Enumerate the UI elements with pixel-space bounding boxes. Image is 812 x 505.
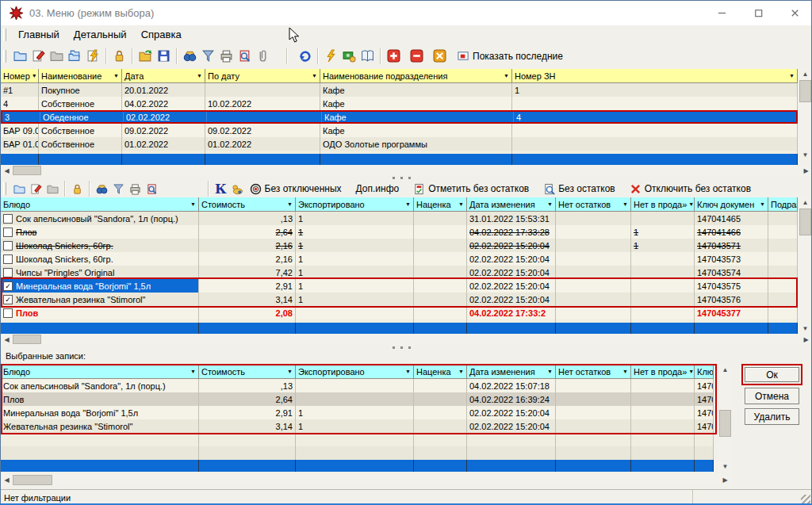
preview-button[interactable] bbox=[144, 182, 160, 197]
lock-button[interactable] bbox=[110, 48, 128, 64]
sort-filter-icon[interactable]: ▼ bbox=[195, 73, 202, 78]
column-header[interactable]: Подразд bbox=[768, 197, 798, 212]
search-button[interactable] bbox=[181, 48, 199, 64]
show-last-button[interactable]: Показать последние bbox=[454, 48, 567, 63]
sort-filter-icon[interactable]: ▼ bbox=[285, 201, 293, 207]
lightning-button[interactable] bbox=[322, 48, 340, 64]
edit-button[interactable] bbox=[29, 48, 48, 64]
column-header[interactable]: Экспортировано▼ bbox=[296, 197, 414, 212]
scroll-thumb[interactable] bbox=[799, 209, 811, 235]
sort-filter-icon[interactable]: ▼ bbox=[189, 369, 196, 374]
column-header[interactable]: Стоимость▼ bbox=[199, 197, 296, 212]
row-checkbox[interactable] bbox=[3, 268, 13, 277]
column-header[interactable]: Наименование подразделения▼ bbox=[320, 69, 512, 83]
scroll-up-arrow[interactable]: ▲ bbox=[718, 365, 732, 375]
book-button[interactable] bbox=[358, 48, 377, 64]
sort-filter-icon[interactable]: ▼ bbox=[758, 201, 765, 207]
table-row[interactable]: ✓Минеральная вода "Borjomi" 1,5л2,91102.… bbox=[1, 279, 798, 293]
lock-button[interactable] bbox=[69, 182, 86, 197]
mark-no-stock-button[interactable]: Отметить без остатков bbox=[409, 182, 533, 197]
scroll-left-arrow[interactable]: ◀ bbox=[2, 165, 12, 176]
sort-filter-icon[interactable]: ▼ bbox=[457, 369, 464, 374]
column-header[interactable]: Нет в прода»▼ bbox=[631, 365, 695, 379]
column-header[interactable]: Наценка▼ bbox=[414, 197, 467, 212]
edit-button[interactable] bbox=[28, 182, 44, 197]
import-button[interactable] bbox=[136, 48, 155, 64]
table-row[interactable]: Плов2,0804.02.2022 17:33:2147045377 bbox=[1, 306, 798, 319]
top-horizontal-scrollbar[interactable] bbox=[1, 165, 812, 176]
column-header[interactable]: Дата изменения▼ bbox=[467, 365, 556, 379]
close-button[interactable] bbox=[781, 1, 808, 25]
column-header[interactable]: Блюдо▼ bbox=[1, 365, 199, 379]
sort-filter-icon[interactable]: ▼ bbox=[189, 201, 196, 207]
scroll-right-arrow[interactable]: ▶ bbox=[801, 334, 811, 345]
column-header[interactable]: Наименование▼ bbox=[39, 69, 122, 83]
scroll-thumb[interactable] bbox=[13, 335, 41, 344]
splitter-handle[interactable] bbox=[393, 177, 411, 179]
column-header[interactable]: Ключ bbox=[695, 365, 714, 379]
menu-help[interactable]: Справка bbox=[134, 26, 189, 43]
table-row[interactable]: Шоколад Snickers, 60гр.2,16102.02.2022 1… bbox=[1, 252, 798, 266]
column-header[interactable]: Наценка▼ bbox=[414, 365, 467, 379]
sort-filter-icon[interactable]: ▼ bbox=[404, 369, 411, 374]
row-checkbox[interactable] bbox=[3, 241, 13, 251]
sort-filter-icon[interactable]: ▼ bbox=[621, 369, 628, 374]
print-button[interactable] bbox=[127, 182, 144, 197]
row-checkbox[interactable] bbox=[3, 228, 13, 237]
without-disabled-button[interactable]: Без отключенных bbox=[246, 182, 346, 197]
sort-filter-icon[interactable]: ▼ bbox=[502, 73, 509, 78]
column-header[interactable]: Нет остатков▼ bbox=[556, 197, 631, 212]
column-header[interactable]: Экспортировано▼ bbox=[296, 365, 414, 379]
copy-button[interactable] bbox=[66, 48, 84, 64]
save-button[interactable] bbox=[155, 48, 173, 64]
table-row[interactable]: ✓Жевательная резинка "Stimorol"3,14102.0… bbox=[1, 293, 798, 306]
scroll-thumb[interactable] bbox=[799, 80, 811, 102]
column-header[interactable]: Нет в прода»▼ bbox=[631, 197, 695, 212]
column-header[interactable]: Ключ докумен▼ bbox=[695, 197, 768, 212]
delete-button[interactable]: Удалить bbox=[745, 408, 799, 425]
scroll-thumb[interactable] bbox=[13, 166, 41, 175]
table-row[interactable]: Жевательная резинка "Stimorol"3,14102.02… bbox=[1, 419, 714, 433]
quick-edit-button[interactable] bbox=[84, 48, 102, 64]
preview-button[interactable] bbox=[236, 48, 254, 64]
minimize-button[interactable] bbox=[708, 1, 735, 25]
column-header[interactable]: Номер▼ bbox=[1, 69, 39, 83]
table-row[interactable]: БАР 01.0Собственное01.02.202201.02.2022О… bbox=[1, 137, 798, 151]
sort-filter-icon[interactable]: ▼ bbox=[310, 73, 317, 78]
column-header[interactable]: Стоимость▼ bbox=[199, 365, 296, 379]
column-header[interactable]: Дата▼ bbox=[122, 69, 205, 83]
scroll-down-arrow[interactable]: ▼ bbox=[718, 461, 732, 472]
sort-filter-icon[interactable]: ▼ bbox=[30, 73, 37, 78]
filter-button[interactable] bbox=[199, 48, 217, 64]
table-row[interactable]: БАР 09.0Собственное09.02.202209.02.2022К… bbox=[1, 124, 798, 137]
ok-button[interactable]: Ок bbox=[745, 367, 799, 382]
print-button[interactable] bbox=[217, 48, 236, 64]
table-row[interactable]: Плов2,6404.02.2022 16:39:2414704 bbox=[1, 392, 714, 406]
scroll-left-arrow[interactable]: ◀ bbox=[2, 334, 12, 345]
row-checkbox[interactable]: ✓ bbox=[3, 295, 13, 304]
sort-filter-icon[interactable]: ▼ bbox=[457, 201, 464, 207]
no-stock-button[interactable]: Без остатков bbox=[539, 182, 619, 197]
table-row[interactable]: 3Обеденное02.02.2022Кафе4 bbox=[1, 110, 798, 124]
table-row[interactable]: 4Собственное04.02.202210.02.2022Кафе bbox=[1, 97, 798, 110]
scroll-thumb[interactable] bbox=[13, 475, 52, 485]
remove-button[interactable] bbox=[408, 48, 426, 64]
money-button[interactable] bbox=[340, 48, 358, 64]
table-row[interactable]: Чипсы "Pringles" Original7,42102.02.2022… bbox=[1, 266, 798, 279]
bottom-horizontal-scrollbar[interactable] bbox=[1, 474, 732, 486]
add-button[interactable] bbox=[385, 48, 403, 64]
calculation-button[interactable]: К bbox=[213, 182, 229, 197]
table-row[interactable]: Минеральная вода "Borjomi" 1,5л2,91102.0… bbox=[1, 406, 714, 419]
splitter-handle[interactable] bbox=[393, 346, 411, 349]
row-checkbox[interactable] bbox=[3, 214, 13, 224]
maximize-button[interactable] bbox=[745, 1, 772, 25]
column-header[interactable]: Нет остатков▼ bbox=[556, 365, 631, 379]
sort-filter-icon[interactable]: ▼ bbox=[285, 369, 293, 374]
extra-info-button[interactable]: Доп.инфо bbox=[352, 182, 404, 196]
open-folder-button[interactable] bbox=[11, 48, 29, 64]
sort-filter-icon[interactable]: ▼ bbox=[787, 73, 795, 78]
scroll-right-arrow[interactable]: ▶ bbox=[801, 165, 811, 176]
filter-button[interactable] bbox=[110, 182, 127, 197]
closed-folder-button[interactable] bbox=[44, 182, 61, 197]
table-row[interactable]: Сок апельсиновый "Sandora", 1л (порц.),1… bbox=[1, 379, 714, 392]
